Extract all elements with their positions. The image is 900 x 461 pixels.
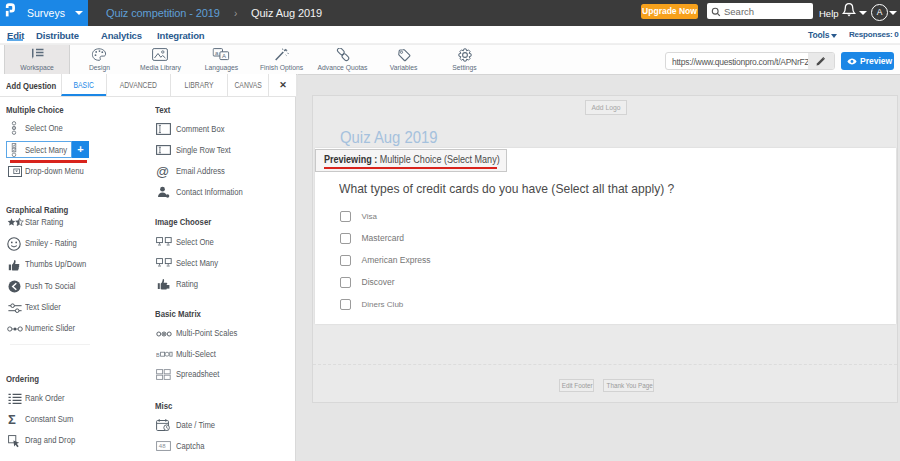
svg-text:48: 48 xyxy=(159,443,166,449)
svg-text:a: a xyxy=(215,50,219,56)
svg-text:A: A xyxy=(222,53,226,59)
svg-text:B: B xyxy=(156,352,160,358)
